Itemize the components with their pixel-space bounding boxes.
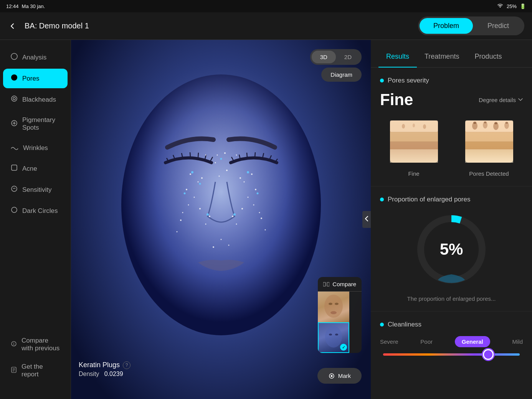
right-panel: Results Treatments Products Pores severi…	[371, 40, 532, 399]
skin-images: Fine	[380, 117, 523, 177]
view-2d-button[interactable]: 2D	[336, 51, 360, 63]
density-value: 0.0239	[104, 371, 123, 377]
proportion-dot	[380, 198, 384, 201]
svg-point-64	[236, 155, 237, 156]
svg-rect-75	[323, 282, 325, 286]
cleanliness-slider: Severe Poor General Mild	[380, 336, 523, 356]
wifi-icon	[497, 3, 504, 9]
svg-point-73	[207, 213, 209, 216]
model-title: BA: Demo model 1	[25, 21, 221, 30]
svg-point-56	[236, 224, 237, 225]
svg-rect-8	[12, 165, 17, 170]
svg-point-39	[251, 173, 253, 175]
get-report-button[interactable]: Get the report	[3, 358, 68, 384]
svg-point-93	[423, 124, 426, 129]
svg-point-74	[233, 213, 236, 216]
svg-point-36	[193, 197, 195, 198]
svg-point-9	[12, 186, 17, 191]
svg-point-55	[205, 224, 206, 225]
sidebar: Analysis Pores Blackheads Pigmentary Spo…	[0, 40, 71, 399]
svg-point-91	[402, 124, 405, 129]
sidebar-item-pigmentary[interactable]: Pigmentary Spots	[3, 111, 68, 137]
sensitivity-icon	[11, 185, 18, 194]
mark-button[interactable]: Mark	[317, 368, 362, 384]
svg-line-22	[190, 152, 190, 157]
problem-toggle[interactable]: Problem	[420, 18, 473, 34]
sidebar-item-sensitivity[interactable]: Sensitivity	[3, 180, 68, 200]
sidebar-item-darkcircles[interactable]: Dark Circles	[3, 201, 68, 221]
svg-point-85	[330, 375, 332, 377]
svg-point-59	[180, 219, 182, 221]
svg-point-108	[494, 122, 497, 124]
svg-point-69	[247, 171, 249, 173]
diagram-button[interactable]: Diagram	[321, 68, 362, 82]
sidebar-label-pores: Pores	[22, 75, 39, 82]
svg-point-3	[12, 96, 17, 101]
battery: 25%	[507, 3, 517, 9]
status-bar: 12:44 Ma 30 jan. 25% 🔋	[0, 0, 532, 12]
sidebar-label-pigmentary: Pigmentary Spots	[22, 116, 60, 132]
svg-point-41	[255, 189, 256, 190]
mode-toggle: Problem Predict	[418, 16, 524, 35]
degree-details-button[interactable]: Degree details	[479, 97, 523, 103]
slider-thumb[interactable]	[483, 349, 494, 360]
sidebar-item-pores[interactable]: Pores	[3, 69, 68, 88]
back-button[interactable]	[8, 21, 17, 31]
general-badge: General	[455, 336, 490, 347]
acne-icon	[11, 164, 18, 173]
top-bar: BA: Demo model 1 Problem Predict	[0, 12, 532, 40]
panel-tabs: Results Treatments Products	[371, 40, 532, 68]
sidebar-item-acne[interactable]: Acne	[3, 159, 68, 178]
svg-point-70	[183, 193, 185, 195]
tab-treatments[interactable]: Treatments	[417, 46, 467, 68]
status-left: 12:44 Ma 30 jan.	[6, 3, 45, 9]
svg-point-57	[182, 212, 183, 213]
svg-rect-89	[390, 142, 438, 149]
svg-rect-88	[390, 132, 438, 142]
svg-point-48	[226, 170, 228, 171]
view-3d-button[interactable]: 3D	[312, 51, 336, 63]
severity-header: Fine Degree details	[380, 91, 523, 109]
svg-point-109	[505, 122, 508, 124]
svg-point-62	[264, 229, 266, 231]
predict-toggle[interactable]: Predict	[474, 18, 523, 34]
keratin-info: Keratin Plugs ? Density 0.0239	[79, 361, 131, 378]
proportion-section: Proportion of enlarged pores 5% The prop…	[371, 186, 532, 312]
title-dot	[380, 79, 384, 82]
time: 12:44	[6, 3, 19, 9]
collapse-arrow[interactable]	[362, 211, 371, 228]
compare-header: Compare	[318, 277, 362, 292]
severe-label: Severe	[380, 338, 398, 345]
svg-point-81	[325, 326, 342, 348]
svg-rect-90	[390, 149, 438, 163]
keratin-title: Keratin Plugs ?	[79, 361, 131, 369]
svg-point-92	[413, 124, 415, 127]
svg-point-54	[228, 245, 229, 246]
svg-point-67	[191, 171, 193, 173]
cleanliness-title: Cleanliness	[380, 321, 523, 328]
sidebar-item-blackheads[interactable]: Blackheads	[3, 90, 68, 109]
donut-percent-text: 5%	[440, 240, 463, 259]
sidebar-item-analysis[interactable]: Analysis	[3, 48, 68, 67]
svg-point-51	[232, 216, 233, 217]
tab-results[interactable]: Results	[378, 46, 417, 68]
mild-label: Mild	[512, 338, 523, 345]
svg-point-53	[213, 246, 214, 248]
sidebar-item-wrinkles[interactable]: Wrinkles	[3, 138, 68, 157]
sidebar-label-darkcircles: Dark Circles	[22, 207, 58, 215]
svg-point-66	[241, 208, 243, 209]
compare-thumb-2[interactable]: ✓	[318, 322, 362, 353]
tab-products[interactable]: Products	[467, 46, 509, 68]
svg-point-43	[240, 177, 241, 179]
sidebar-label-analysis: Analysis	[22, 54, 46, 61]
compare-thumb-1[interactable]	[318, 292, 362, 322]
svg-point-10	[12, 207, 17, 213]
proportion-description: The proportion of enlarged pores...	[380, 295, 523, 302]
face-visualization: 3D 2D Diagram Compare	[71, 40, 371, 399]
compare-label: Compare with previous	[21, 337, 60, 352]
svg-point-0	[11, 53, 17, 59]
help-icon[interactable]: ?	[123, 361, 131, 369]
compare-label: Compare	[332, 281, 356, 287]
compare-previous-button[interactable]: i Compare with previous	[3, 331, 68, 358]
svg-line-23	[198, 153, 198, 158]
